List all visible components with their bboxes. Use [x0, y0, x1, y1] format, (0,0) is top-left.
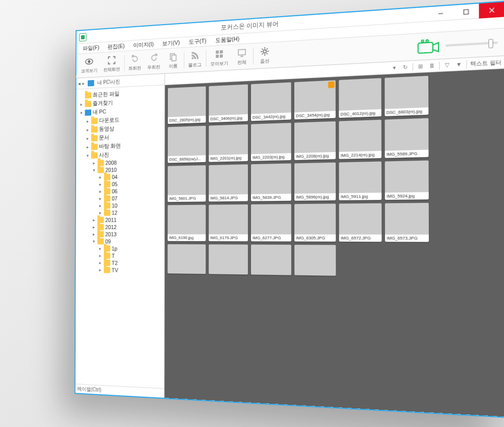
toolbar-eye-button[interactable]: 크게보기	[78, 55, 101, 76]
maximize-button[interactable]	[453, 4, 479, 20]
expand-icon[interactable]: ▸	[91, 225, 96, 230]
tree-label: 2013	[105, 231, 117, 237]
thumbnail[interactable]: DSC_8858(cw)J...	[168, 126, 206, 163]
expand-icon[interactable]: ▸	[98, 203, 102, 208]
expand-icon[interactable]: ▸	[92, 161, 96, 166]
thumbnail[interactable]: IMG_5924.jpg	[385, 161, 429, 200]
tree-node[interactable]: ▸12	[77, 209, 163, 217]
thumbnail-name: IMG_5924.jpg	[385, 192, 429, 200]
toolbar-rss-button[interactable]: 블로그	[185, 49, 205, 70]
tree-label: 다운로드	[99, 116, 119, 124]
expand-icon[interactable]: ▸	[98, 189, 102, 194]
thumbnail[interactable]: IMG_6573.JPG	[385, 203, 429, 242]
tree-node[interactable]: ▾09	[77, 238, 163, 245]
thumbnail[interactable]: IMG_6277.JPG	[251, 204, 291, 241]
thumbnail[interactable]	[251, 245, 291, 275]
thumbnail[interactable]: IMG_5801.JPG	[168, 165, 206, 202]
expand-icon[interactable]: ▸	[85, 127, 90, 132]
toolbar-copy-button[interactable]: 이름	[163, 50, 182, 71]
sort-icon[interactable]: ▽	[444, 61, 452, 69]
tree-node[interactable]: ▸2012	[77, 224, 163, 231]
expand-icon[interactable]: ▸	[98, 210, 102, 216]
toolbar-grid-button[interactable]: 모아보기	[207, 47, 231, 69]
thumbnail[interactable]: IMG_6179.JPG	[209, 204, 248, 241]
thumbnail[interactable]: IMG_2208(m).jpg	[294, 121, 336, 160]
expand-icon[interactable]: ▾	[79, 110, 84, 115]
zoom-slider[interactable]	[446, 41, 498, 46]
thumbnail[interactable]	[294, 245, 336, 276]
dropdown-icon[interactable]: ▾	[390, 63, 398, 72]
thumbnails-icon[interactable]: ⊞	[417, 62, 425, 70]
expand-icon[interactable]: ▸	[98, 246, 102, 251]
expand-icon[interactable]: ▸	[98, 175, 102, 180]
expand-icon[interactable]: ▸	[85, 118, 90, 123]
close-button[interactable]	[479, 2, 504, 18]
back-icon[interactable]: ◂	[78, 81, 81, 86]
folder-icon	[104, 267, 110, 273]
thumbnail-name: IMG_5801.JPG	[168, 195, 206, 202]
menu-item-1[interactable]: 편집(E)	[104, 41, 129, 52]
toolbar-screen-button[interactable]: 전체	[232, 46, 252, 67]
app-window: 포커스온 이미지 뷰어 파일(F)편집(E)이미지(I)보기(V)도구(T)도움…	[75, 1, 504, 418]
thumbnail[interactable]: DSC_3454(m).jpg	[294, 80, 336, 119]
thumbnail[interactable]: IMG_6305.JPG	[294, 203, 336, 241]
tree-label: 1p	[112, 246, 117, 252]
tree-node[interactable]: ▸1p	[77, 245, 163, 252]
thumbnail[interactable]: IMG_6572.JPG	[339, 203, 382, 242]
camera-icon[interactable]	[417, 38, 439, 54]
thumbnail[interactable]: IMG_5911.jpg	[339, 162, 382, 200]
thumbnail[interactable]: IMG_2203(m).jpg	[251, 123, 291, 161]
main-panel: ▾ ↻ ⊞ ≣ ▽ ▼ 텍스트 필터 DSC_2805(m).jpgDSC_34…	[164, 56, 504, 416]
thumbnail[interactable]: DSC_3406(m).jpg	[209, 84, 248, 122]
thumbnail[interactable]: DSC_2805(m).jpg	[168, 86, 206, 124]
tree-node[interactable]: ▸10	[77, 201, 164, 209]
expand-icon[interactable]: ▾	[91, 239, 96, 244]
menu-item-4[interactable]: 도구(T)	[185, 36, 211, 47]
expand-icon[interactable]: ▸	[85, 144, 90, 149]
filter-icon[interactable]: ▼	[455, 60, 463, 69]
thumbnail[interactable]: DSC_6803(m).jpg	[385, 76, 428, 116]
toolbar-label: 우회전	[147, 63, 160, 71]
expand-icon[interactable]: ▸	[98, 267, 102, 272]
tree-node[interactable]: ▸2011	[77, 216, 163, 224]
menu-item-0[interactable]: 파일(F)	[79, 42, 103, 53]
refresh-icon[interactable]: ↻	[401, 63, 409, 71]
toolbar-rotate-right-button[interactable]: 우회전	[145, 51, 164, 72]
toolbar-rotate-left-button[interactable]: 좌회전	[125, 52, 144, 74]
expand-icon[interactable]: ▾	[92, 168, 96, 173]
tree-node[interactable]: ▸TV	[77, 266, 163, 274]
expand-icon[interactable]: ▾	[85, 153, 90, 158]
menu-item-5[interactable]: 도움말(H)	[211, 34, 243, 46]
list-icon[interactable]: ≣	[428, 61, 436, 69]
toolbar-gear-button[interactable]: 옵션	[255, 44, 275, 66]
expand-icon[interactable]: ▸	[79, 101, 84, 106]
expand-icon[interactable]: ▸	[98, 196, 102, 201]
expand-icon[interactable]: ▸	[98, 253, 102, 258]
thumbnail[interactable]: IMG_6190.jpg	[168, 205, 206, 241]
expand-icon[interactable]: ▸	[91, 232, 96, 237]
thumbnail[interactable]	[167, 244, 206, 274]
thumbnail-name: IMG_5589.JPG	[385, 150, 428, 158]
rotate-right-icon	[149, 52, 159, 63]
thumbnail[interactable]: DSC_4012(m).jpg	[339, 78, 381, 118]
tree-node[interactable]: ▸2013	[77, 231, 163, 238]
expand-icon[interactable]: ▸	[98, 182, 102, 187]
expand-icon[interactable]: ▸	[98, 260, 102, 265]
tree-label: 10	[112, 202, 117, 208]
toolbar-fullscreen-button[interactable]: 전체화면	[101, 53, 123, 75]
thumbnail[interactable]	[209, 244, 248, 274]
minimize-button[interactable]	[428, 5, 454, 21]
thumbnail[interactable]: IMG_5839.JPG	[251, 164, 291, 201]
thumbnail[interactable]: DSC_3442(m).jpg	[251, 82, 291, 121]
thumbnail[interactable]: IMG_2214(m).jpg	[339, 120, 382, 159]
thumbnail-name: IMG_6277.JPG	[251, 234, 291, 241]
expand-icon[interactable]: ▸	[85, 135, 90, 140]
thumbnail[interactable]: IMG_5896(m).jpg	[294, 163, 336, 201]
menu-item-3[interactable]: 보기(V)	[158, 37, 183, 49]
thumbnail[interactable]: IMG_5589.JPG	[385, 118, 428, 158]
menu-item-2[interactable]: 이미지(I)	[130, 39, 158, 51]
thumbnail[interactable]: IMG_2201(m).jpg	[209, 124, 248, 162]
thumbnail-image	[339, 203, 382, 235]
expand-icon[interactable]: ▸	[91, 218, 96, 223]
thumbnail[interactable]: IMG_5814.JPG	[209, 164, 248, 201]
